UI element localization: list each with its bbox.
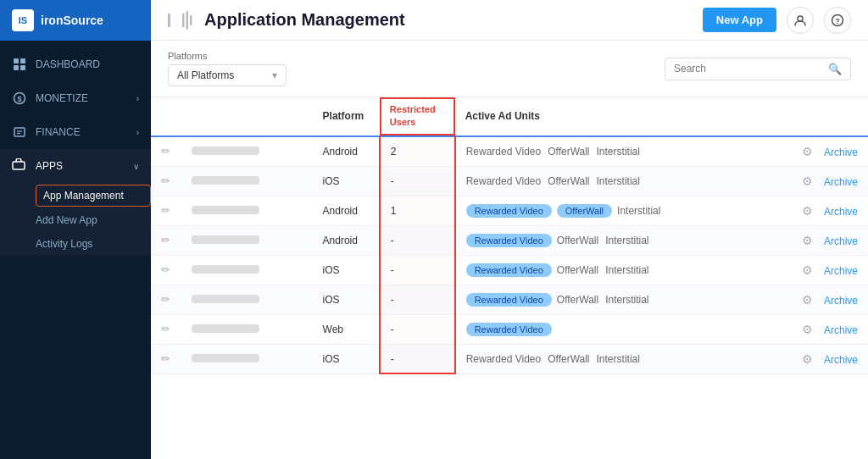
app-name-blurred xyxy=(192,324,259,333)
table-wrapper: Platform Restricted Users Active Ad Unit… xyxy=(151,97,868,459)
app-name-blurred xyxy=(192,206,259,214)
edit-icon[interactable]: ✏ xyxy=(161,174,170,187)
app-name-cell xyxy=(181,196,313,225)
sidebar-item-app-management[interactable]: App Management xyxy=(36,185,151,207)
archive-link[interactable]: Archive xyxy=(824,295,858,307)
edit-icon[interactable]: ✏ xyxy=(161,145,170,158)
active-ad-units-cell: Rewarded VideoOfferWallInterstitial xyxy=(455,255,787,285)
app-name-blurred xyxy=(192,354,259,362)
edit-cell: ✏ xyxy=(151,166,181,196)
settings-icon[interactable]: ⚙ xyxy=(802,293,813,307)
svg-rect-12 xyxy=(190,15,192,25)
edit-cell: ✏ xyxy=(151,285,181,314)
archive-link[interactable]: Archive xyxy=(824,235,858,247)
ad-unit-badge: OfferWall xyxy=(557,204,612,218)
edit-cell: ✏ xyxy=(151,255,181,285)
settings-icon[interactable]: ⚙ xyxy=(802,234,813,247)
ad-unit-badge: OfferWall xyxy=(557,294,598,306)
edit-icon[interactable]: ✏ xyxy=(161,293,170,306)
edit-icon[interactable]: ✏ xyxy=(161,263,170,276)
edit-cell: ✏ xyxy=(151,196,181,225)
ad-unit-badge: OfferWall xyxy=(548,175,589,187)
sidebar-item-finance[interactable]: FINANCE › xyxy=(0,115,151,149)
settings-icon[interactable]: ⚙ xyxy=(802,145,813,158)
logo-icon: IS xyxy=(12,9,34,31)
page-title: Application Management xyxy=(204,10,703,30)
ad-unit-badge: OfferWall xyxy=(548,146,589,158)
platforms-dropdown[interactable]: All Platforms ▾ xyxy=(168,64,287,86)
settings-icon[interactable]: ⚙ xyxy=(802,174,813,188)
platforms-chevron-icon: ▾ xyxy=(272,69,277,81)
sidebar-item-apps[interactable]: APPS ∨ xyxy=(0,149,151,183)
edit-cell: ✏ xyxy=(151,136,181,167)
platform-cell: Web xyxy=(313,314,380,344)
restricted-users-cell: - xyxy=(380,314,455,344)
platforms-label: Platforms xyxy=(168,51,287,61)
logo-text: ironSource xyxy=(41,14,103,27)
settings-icon[interactable]: ⚙ xyxy=(802,204,813,218)
app-name-blurred xyxy=(192,265,259,274)
active-ad-units-cell: Rewarded VideoOfferWallInterstitial xyxy=(455,344,787,373)
platform-cell: iOS xyxy=(313,344,380,373)
ad-unit-badge: Interstitial xyxy=(605,264,648,276)
settings-icon[interactable]: ⚙ xyxy=(802,352,813,366)
th-restricted-users: Restricted Users xyxy=(380,97,455,136)
settings-icon[interactable]: ⚙ xyxy=(802,263,813,277)
archive-link[interactable]: Archive xyxy=(824,206,858,218)
platforms-filter-group: Platforms All Platforms ▾ xyxy=(168,51,287,86)
sidebar-item-activity-logs[interactable]: Activity Logs xyxy=(36,232,151,256)
restricted-users-cell: - xyxy=(380,285,455,314)
new-app-button[interactable]: New App xyxy=(703,8,776,32)
actions-cell: ⚙ Archive xyxy=(786,136,868,167)
edit-icon[interactable]: ✏ xyxy=(161,323,170,335)
search-input[interactable] xyxy=(674,63,828,75)
ad-unit-badge: Rewarded Video xyxy=(466,204,552,218)
sidebar-navigation: DASHBOARD $ MONETIZE › FINANCE › xyxy=(0,41,151,459)
actions-cell: ⚙ Archive xyxy=(786,285,868,314)
archive-link[interactable]: Archive xyxy=(824,265,858,277)
archive-link[interactable]: Archive xyxy=(824,176,858,188)
platform-cell: iOS xyxy=(313,255,380,285)
monetize-chevron: › xyxy=(136,94,139,103)
sidebar: IS ironSource DASHBOARD $ MON xyxy=(0,0,151,459)
restricted-users-cell: - xyxy=(380,255,455,285)
edit-icon[interactable]: ✏ xyxy=(161,352,170,365)
ad-unit-badge: OfferWall xyxy=(548,353,589,365)
active-ad-units-cell: Rewarded VideoOfferWallInterstitial xyxy=(455,225,787,255)
ad-unit-badge: OfferWall xyxy=(557,235,598,246)
ad-unit-badge: Rewarded Video xyxy=(466,293,552,307)
svg-rect-9 xyxy=(13,162,25,169)
topbar-separator xyxy=(168,14,170,27)
search-box[interactable]: 🔍 xyxy=(665,58,851,80)
edit-icon[interactable]: ✏ xyxy=(161,234,170,246)
monetize-icon: $ xyxy=(12,91,27,106)
ad-unit-badge: Interstitial xyxy=(597,353,640,365)
dashboard-label: DASHBOARD xyxy=(36,58,139,70)
platform-cell: iOS xyxy=(313,285,380,314)
actions-cell: ⚙ Archive xyxy=(786,196,868,225)
svg-rect-3 xyxy=(20,65,25,70)
sidebar-item-add-new-app[interactable]: Add New App xyxy=(36,208,151,232)
dashboard-icon xyxy=(12,57,27,72)
ad-unit-badge: Interstitial xyxy=(597,146,640,158)
archive-link[interactable]: Archive xyxy=(824,354,858,366)
user-icon[interactable] xyxy=(787,7,814,34)
table-header-row: Platform Restricted Users Active Ad Unit… xyxy=(151,97,868,136)
sidebar-item-dashboard[interactable]: DASHBOARD xyxy=(0,47,151,81)
app-name-cell xyxy=(181,136,313,167)
edit-icon[interactable]: ✏ xyxy=(161,204,170,217)
app-name-blurred xyxy=(192,235,259,244)
svg-text:$: $ xyxy=(17,95,21,103)
restricted-users-cell: 1 xyxy=(380,196,455,225)
ad-unit-badge: Rewarded Video xyxy=(466,175,542,187)
actions-cell: ⚙ Archive xyxy=(786,166,868,196)
th-edit xyxy=(151,97,181,136)
apps-table: Platform Restricted Users Active Ad Unit… xyxy=(151,97,868,374)
sidebar-item-monetize[interactable]: $ MONETIZE › xyxy=(0,81,151,115)
help-icon[interactable]: ? xyxy=(824,7,851,34)
app-name-cell xyxy=(181,344,313,373)
archive-link[interactable]: Archive xyxy=(824,324,858,336)
archive-link[interactable]: Archive xyxy=(824,147,858,158)
settings-icon[interactable]: ⚙ xyxy=(802,323,813,336)
ad-unit-badge: Rewarded Video xyxy=(466,146,542,158)
